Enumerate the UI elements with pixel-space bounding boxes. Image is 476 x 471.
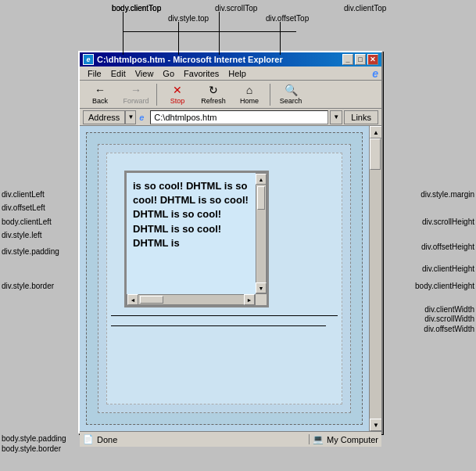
div-vscroll-thumb[interactable] [257,186,265,210]
computer-icon: 💻 [313,434,324,444]
label-div-scroll-width: div.scrollWidth [424,315,474,323]
menu-view[interactable]: View [131,67,159,80]
refresh-icon: ↻ [209,84,218,96]
label-div-client-left: div.clientLeft [2,190,45,199]
stop-button[interactable]: ✕ Stop [160,82,195,107]
label-div-style-padding: div.style.padding [2,247,59,256]
menu-favorites[interactable]: Favorites [179,67,224,80]
status-page-icon: 📄 [83,434,94,444]
label-div-style-top: div.style.top [168,14,209,23]
hline-body-offset-width [111,325,326,326]
address-label: Address [83,110,125,124]
links-button[interactable]: Links [344,110,378,124]
chevron-down-icon-2: ▼ [333,113,339,120]
label-div-offset-top: div.offsetTop [266,14,309,23]
refresh-button[interactable]: ↻ Refresh [196,82,231,107]
label-div-client-height: div.clientHeight [422,264,474,273]
browser-content: is so cool! DHTML is so cool! DHTML is s… [80,126,381,431]
label-div-offset-left: div.offsetLeft [2,203,45,212]
div-scroll-corner [256,294,267,305]
div-scroll-up-button[interactable]: ▲ [256,174,267,185]
label-div-style-left: div.style.left [2,231,42,239]
hline-body-client-width [111,315,338,316]
menu-help[interactable]: Help [224,67,251,80]
label-div-client-top: div.clientTop [344,4,386,13]
minimize-button[interactable]: _ [342,54,353,65]
address-dropdown[interactable]: ▼ [125,110,136,124]
menu-file[interactable]: File [83,67,106,80]
address-bar: Address ▼ e C:\dhtmlpos.htm ▼ Links [80,109,381,126]
div-vscroll[interactable]: ▲ ▼ [256,173,267,294]
browser-vscroll-thumb[interactable] [370,138,381,170]
div-scroll-left-button[interactable]: ◄ [127,294,138,305]
div-vscroll-track[interactable] [257,185,265,282]
browser-vscroll[interactable]: ▲ ▼ [369,126,381,431]
menu-bar: File Edit View Go Favorites Help e [80,67,381,81]
toolbar-separator-2 [270,84,270,106]
back-icon: ← [95,84,106,96]
browser-scroll-up-button[interactable]: ▲ [370,126,381,138]
body-padding: is so cool! DHTML is so cool! DHTML is s… [106,153,342,404]
address-field[interactable]: C:\dhtmlpos.htm [150,110,328,124]
label-body-style-padding: body.style.padding [2,434,66,443]
forward-button[interactable]: → Forward [119,82,153,107]
stop-label: Stop [170,97,185,105]
browser-vscroll-track[interactable] [370,138,381,419]
back-button[interactable]: ← Back [83,82,117,107]
div-padding-area: is so cool! DHTML is so cool! DHTML is s… [127,173,256,294]
home-icon: ⌂ [246,84,252,96]
div-scroll-right-button[interactable]: ► [244,294,255,305]
forward-icon: → [131,84,141,96]
ie-icon: e [83,54,94,65]
div-element: is so cool! DHTML is so cool! DHTML is s… [124,171,269,307]
ie-window: e C:\dhtmlpos.htm - Microsoft Internet E… [78,51,383,434]
label-div-offset-height: div.offsetHeight [421,243,474,251]
label-div-client-width: div.clientWidth [424,305,474,314]
div-hscroll-thumb[interactable] [140,296,163,304]
search-label: Search [280,97,302,105]
browser-scroll-down-button[interactable]: ▼ [370,419,381,431]
status-zone: 💻 My Computer [309,434,378,444]
toolbar: ← Back → Forward ✕ Stop ↻ Refresh ⌂ Home… [80,81,381,109]
hline-top-labels [123,31,296,32]
label-div-style-border: div.style.border [2,282,54,290]
maximize-button[interactable]: □ [355,54,366,65]
ie-small-icon: e [136,110,147,124]
div-hscroll[interactable]: ◄ ► [127,294,256,305]
window-controls: _ □ ✕ [342,54,378,65]
vline-div-style-top [178,22,179,55]
close-button[interactable]: ✕ [367,54,378,65]
search-icon: 🔍 [285,84,298,96]
search-button[interactable]: 🔍 Search [274,82,308,107]
stop-icon: ✕ [173,84,182,96]
ie-e-logo: e [372,67,378,80]
label-body-style-border: body.style.border [2,444,61,453]
status-zone-label: My Computer [327,435,378,444]
vline-body-client-top [123,12,123,55]
label-div-style-margin: div.style.margin [421,190,474,199]
home-button[interactable]: ⌂ Home [232,82,267,107]
label-div-scroll-top: div.scrollTop [215,4,257,13]
chevron-down-icon: ▼ [127,113,134,120]
vline-div-offset-top [280,22,281,55]
status-bar: 📄 Done 💻 My Computer [80,431,381,447]
body-margin: is so cool! DHTML is so cool! DHTML is s… [98,144,351,413]
window-title: C:\dhtmlpos.htm - Microsoft Internet Exp… [97,55,342,64]
label-div-offset-width: div.offsetWidth [424,325,474,333]
address-field-dropdown[interactable]: ▼ [330,110,342,124]
vline-div-scroll-top [219,12,220,55]
forward-label: Forward [123,97,149,105]
home-label: Home [240,97,259,105]
title-bar: e C:\dhtmlpos.htm - Microsoft Internet E… [80,52,381,67]
page-outer: is so cool! DHTML is so cool! DHTML is s… [86,132,363,425]
div-hscroll-track[interactable] [138,295,244,304]
back-label: Back [92,97,108,105]
label-body-client-top-top: body.clientTop [112,4,161,13]
content-area: is so cool! DHTML is so cool! DHTML is s… [80,126,369,431]
div-scroll-down-button[interactable]: ▼ [256,282,267,293]
div-text-content: is so cool! DHTML is so cool! DHTML is s… [127,173,256,257]
status-text: Done [97,435,309,444]
toolbar-separator-1 [156,84,157,106]
menu-edit[interactable]: Edit [106,67,131,80]
menu-go[interactable]: Go [158,67,179,80]
